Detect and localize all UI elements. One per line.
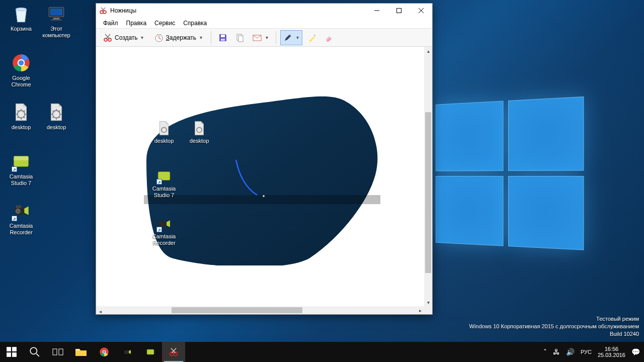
tray-clock[interactable]: 16:56 25.03.2016: [598, 346, 625, 358]
snipping-tool-icon: [99, 7, 107, 15]
delay-label: Задержать: [166, 34, 196, 41]
minimize-button[interactable]: [366, 4, 388, 18]
ini-file-icon: [155, 120, 173, 137]
this-pc-icon: [46, 3, 67, 24]
shortcut-arrow-icon: [12, 216, 17, 221]
chevron-down-icon[interactable]: ▾: [140, 35, 145, 40]
clock-icon: [154, 33, 164, 43]
windows-logo-wallpaper: [436, 96, 589, 255]
camtasia-recorder-icon: [11, 200, 32, 221]
copy-button[interactable]: [232, 30, 248, 45]
save-button[interactable]: [215, 30, 230, 45]
desktop-ini-2[interactable]: desktop: [37, 102, 75, 131]
action-center-icon[interactable]: 💬: [631, 348, 640, 356]
scroll-down-arrow[interactable]: ▾: [424, 298, 432, 306]
taskbar-snipping-tool[interactable]: [162, 342, 185, 362]
scroll-right-arrow[interactable]: ▸: [416, 306, 424, 314]
tray-time: 16:56: [598, 346, 625, 352]
scroll-up-arrow[interactable]: ▴: [424, 47, 432, 55]
scissors-icon: [103, 33, 113, 43]
separator: [276, 31, 276, 44]
taskbar-camtasia-recorder[interactable]: [116, 342, 139, 362]
content-area: desktop desktop Camtasia Studio 7 C: [96, 47, 432, 314]
svg-rect-37: [53, 349, 57, 355]
pen-icon: [283, 33, 293, 43]
tray-volume-icon[interactable]: 🔊: [566, 348, 575, 356]
maximize-button[interactable]: [388, 4, 410, 18]
snipping-tool-window[interactable]: Ножницы Файл Правка Сервис Справка Созда…: [96, 3, 433, 315]
svg-rect-35: [12, 352, 17, 357]
svg-point-36: [30, 347, 37, 354]
new-snip-label: Создать: [115, 34, 138, 41]
watermark-line2: Windows 10 Корпоративная 2015 с долгосро…: [469, 323, 639, 330]
menu-tools[interactable]: Сервис: [151, 19, 178, 28]
floppy-icon: [218, 33, 228, 43]
svg-rect-24: [238, 36, 243, 42]
start-button[interactable]: [0, 342, 23, 362]
chrome[interactable]: Google Chrome: [2, 52, 40, 87]
close-button[interactable]: [410, 4, 432, 18]
system-tray[interactable]: ˄ 🖧 🔊 РУС 16:56 25.03.2016 💬: [543, 346, 644, 358]
tray-language[interactable]: РУС: [581, 349, 592, 355]
camtasia-studio[interactable]: Camtasia Studio 7: [2, 151, 40, 186]
desktop-ini-1[interactable]: desktop: [2, 102, 40, 131]
taskbar-explorer[interactable]: [69, 342, 93, 362]
tray-date: 25.03.2016: [598, 352, 625, 358]
svg-rect-34: [7, 352, 11, 357]
recycle-bin[interactable]: Корзина: [2, 3, 40, 32]
eraser-button[interactable]: [321, 30, 337, 45]
scroll-thumb[interactable]: [172, 307, 302, 313]
desktop-ini-2-label: desktop: [37, 124, 75, 131]
svg-rect-43: [147, 349, 154, 354]
scroll-left-arrow[interactable]: ◂: [96, 308, 104, 316]
camtasia-studio-icon: [155, 167, 173, 185]
titlebar[interactable]: Ножницы: [96, 4, 432, 18]
snip-canvas[interactable]: desktop desktop Camtasia Studio 7 C: [96, 47, 424, 306]
camtasia-studio-label: Camtasia Studio 7: [2, 173, 40, 186]
chevron-down-icon[interactable]: ▾: [198, 35, 203, 40]
chrome-label: Google Chrome: [2, 75, 40, 87]
tray-network-icon[interactable]: 🖧: [553, 348, 560, 356]
this-pc-label: Этот компьютер: [37, 26, 75, 38]
camtasia-recorder[interactable]: Camtasia Recorder: [2, 200, 40, 235]
snip-camtasia-studio: Camtasia Studio 7: [146, 167, 182, 198]
delay-button[interactable]: Задержать ▾: [150, 30, 207, 45]
menubar: Файл Правка Сервис Справка: [96, 18, 432, 29]
svg-rect-33: [12, 347, 17, 351]
menu-help[interactable]: Справка: [180, 19, 210, 28]
desktop[interactable]: Корзина Этот компьютер Google Chrome des…: [0, 0, 644, 362]
scroll-thumb[interactable]: [425, 112, 431, 273]
desktop-ini-1-label: desktop: [2, 124, 40, 131]
taskbar-camtasia-studio[interactable]: [139, 342, 162, 362]
vertical-scrollbar[interactable]: ▴ ▾: [424, 47, 432, 306]
svg-rect-2: [50, 9, 62, 16]
highlighter-button[interactable]: [304, 30, 319, 45]
pen-button[interactable]: ▾: [280, 30, 302, 45]
tray-chevron-up-icon[interactable]: ˄: [543, 348, 547, 356]
menu-edit[interactable]: Правка: [123, 19, 150, 28]
send-button[interactable]: ▾: [250, 30, 272, 45]
horizontal-scrollbar[interactable]: ◂ ▸: [96, 306, 424, 314]
svg-rect-14: [16, 206, 22, 208]
shortcut-arrow-icon: [12, 166, 17, 172]
this-pc[interactable]: Этот компьютер: [37, 3, 75, 38]
search-button[interactable]: [23, 342, 46, 362]
snip-desktop-ini-2: desktop: [182, 120, 217, 144]
copy-icon: [235, 33, 245, 43]
separator: [211, 31, 211, 44]
window-title: Ножницы: [110, 7, 136, 14]
taskbar[interactable]: ˄ 🖧 🔊 РУС 16:56 25.03.2016 💬: [0, 342, 644, 362]
chrome-icon: [11, 52, 32, 73]
recycle-bin-icon: [11, 3, 32, 24]
new-snip-button[interactable]: Создать ▾: [99, 30, 148, 45]
watermark: Тестовый режим Windows 10 Корпоративная …: [469, 315, 639, 338]
chevron-down-icon[interactable]: ▾: [295, 35, 300, 40]
chevron-down-icon[interactable]: ▾: [264, 35, 269, 40]
svg-rect-42: [124, 350, 129, 354]
taskbar-chrome[interactable]: [93, 342, 116, 362]
task-view-button[interactable]: [46, 342, 69, 362]
menu-file[interactable]: Файл: [100, 19, 121, 28]
svg-rect-22: [221, 39, 225, 41]
snip-camtasia-recorder: Camtasia Recorder: [146, 215, 182, 246]
svg-point-0: [16, 8, 27, 11]
